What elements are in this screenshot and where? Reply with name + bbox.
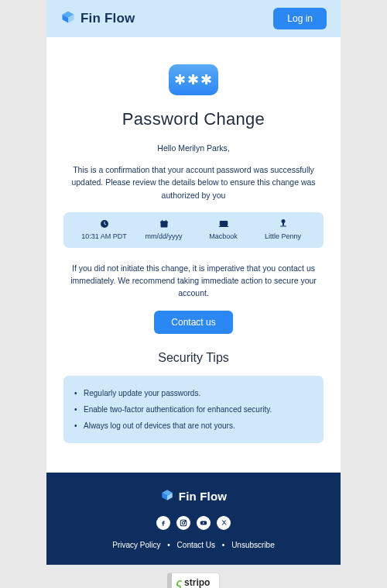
footer-brand: Fin Flow <box>160 488 227 505</box>
security-tips-box: Regularly update your passwords. Enable … <box>63 376 324 443</box>
location-icon <box>279 218 288 229</box>
logo-cube-icon <box>60 9 76 28</box>
contact-button[interactable]: Contact us <box>154 311 232 334</box>
tip-item: Always log out of devices that are not y… <box>73 418 311 434</box>
login-button[interactable]: Log in <box>273 8 327 29</box>
svg-rect-5 <box>160 221 167 223</box>
footer-brand-name: Fin Flow <box>179 490 227 503</box>
facebook-icon[interactable] <box>156 516 170 530</box>
svg-rect-12 <box>280 225 286 226</box>
change-details-bar: 10:31 AM PDT mm/dd/yyyy Macbook Little P… <box>63 212 324 248</box>
youtube-icon[interactable] <box>197 516 211 530</box>
social-row <box>60 516 327 530</box>
stripo-mark-icon: ς <box>176 576 182 588</box>
calendar-icon <box>159 218 169 229</box>
password-hero-icon: ✱✱✱ <box>169 64 218 95</box>
unsubscribe-link[interactable]: Unsubscribe <box>231 541 275 549</box>
time-value: 10:31 AM PDT <box>81 232 127 240</box>
svg-point-10 <box>281 219 285 223</box>
contact-link[interactable]: Contact Us <box>177 541 215 549</box>
separator: • <box>222 541 225 549</box>
security-tips-title: Security Tips <box>63 351 324 365</box>
svg-rect-7 <box>166 220 166 222</box>
provider-badge-row: ς stripo <box>0 565 387 588</box>
privacy-link[interactable]: Privacy Policy <box>112 541 160 549</box>
location-value: Little Penny <box>265 232 301 240</box>
stripo-badge[interactable]: ς stripo <box>167 573 221 588</box>
tip-item: Regularly update your passwords. <box>73 385 311 401</box>
instagram-icon[interactable] <box>176 516 190 530</box>
detail-location: Little Penny <box>253 218 313 240</box>
date-value: mm/dd/yyyy <box>145 232 182 240</box>
greeting-text: Hello Merilyn Parks, <box>63 143 324 153</box>
twitter-x-icon[interactable] <box>217 516 231 530</box>
stripo-text: stripo <box>184 577 210 588</box>
tip-item: Enable two-factor authentication for enh… <box>73 401 311 418</box>
svg-rect-8 <box>219 221 228 226</box>
svg-rect-6 <box>162 220 163 222</box>
footer-links: Privacy Policy • Contact Us • Unsubscrib… <box>60 541 327 549</box>
detail-date: mm/dd/yyyy <box>134 218 194 240</box>
detail-device: Macbook <box>194 218 253 240</box>
main-content: ✱✱✱ Password Change Hello Merilyn Parks,… <box>46 37 341 473</box>
svg-rect-9 <box>218 226 228 227</box>
svg-point-17 <box>182 521 184 524</box>
logo-cube-icon <box>160 488 174 505</box>
asterisks-icon: ✱✱✱ <box>174 73 214 87</box>
device-icon <box>218 218 229 229</box>
page-title: Password Change <box>63 109 324 129</box>
warning-text: If you did not initiate this change, it … <box>63 262 324 300</box>
header-bar: Fin Flow Log in <box>46 0 341 37</box>
brand: Fin Flow <box>60 9 135 28</box>
separator: • <box>167 541 170 549</box>
brand-name: Fin Flow <box>80 11 135 26</box>
device-value: Macbook <box>209 232 238 240</box>
confirmation-text: This is a confirmation that your account… <box>63 163 324 201</box>
footer: Fin Flow Privacy Policy • Contact Us • U… <box>46 473 341 565</box>
detail-time: 10:31 AM PDT <box>74 218 134 240</box>
svg-point-18 <box>185 521 186 521</box>
svg-rect-11 <box>283 222 284 225</box>
clock-icon <box>100 218 109 229</box>
